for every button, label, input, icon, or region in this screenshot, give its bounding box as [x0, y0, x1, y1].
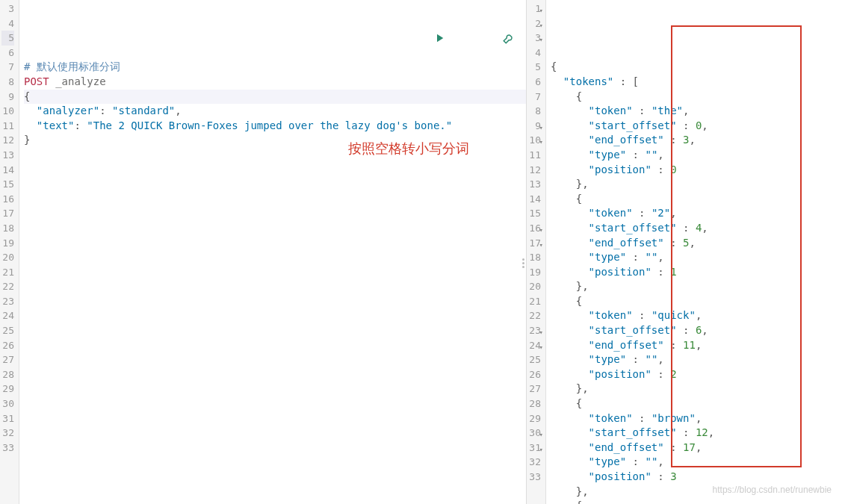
response-code-area[interactable]: https://blog.csdn.net/runewbie { "tokens… [546, 0, 845, 504]
response-viewer-pane: 1▾2▾3▾456789▾10▾111213141516▾17▾18192021… [527, 0, 845, 504]
wrench-icon[interactable] [452, 16, 516, 63]
run-actions [382, 16, 516, 63]
left-line-gutter: 3456789101112131415161718192021222324252… [0, 0, 19, 504]
request-editor-pane: 3456789101112131415161718192021222324252… [0, 0, 527, 504]
pane-resize-handle[interactable] [522, 252, 527, 275]
request-code-area[interactable]: 按照空格转小写分词 # 默认使用标准分词POST _analyze{ "anal… [19, 0, 526, 504]
play-icon[interactable] [382, 16, 445, 63]
right-line-gutter: 1▾2▾3▾456789▾10▾111213141516▾17▾18192021… [527, 0, 546, 504]
annotation-left: 按照空格转小写分词 [348, 142, 469, 157]
watermark: https://blog.csdn.net/runewbie [713, 483, 832, 498]
